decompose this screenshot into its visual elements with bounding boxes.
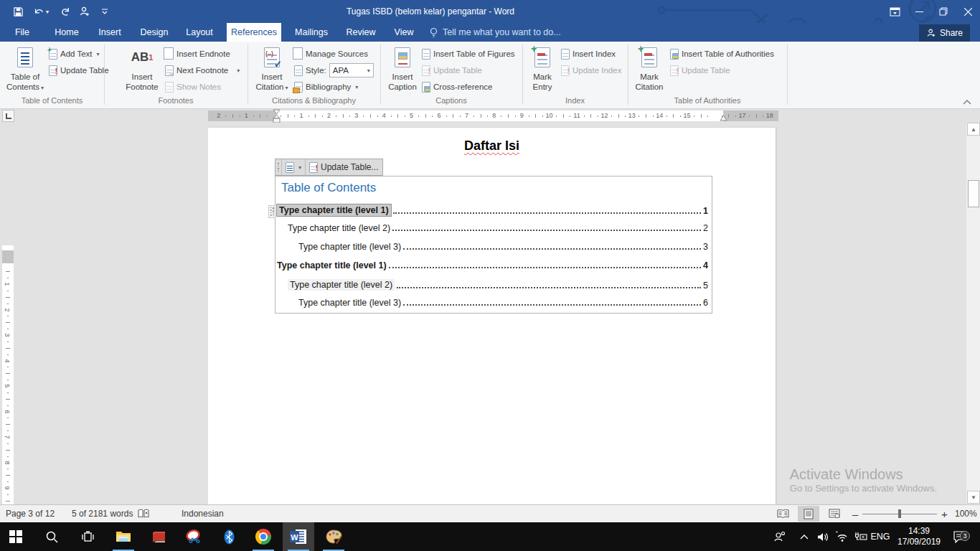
add-text-button[interactable]: Add Text▾ — [49, 46, 100, 62]
update-table-captions-button[interactable]: Update Table — [422, 62, 482, 78]
editor-person-button[interactable] — [75, 0, 95, 23]
toc-content-control[interactable]: Table of Contents Type chapter title (le… — [275, 176, 712, 314]
toc-entry-label-selected[interactable]: Type chapter title (level 1) — [277, 204, 391, 216]
paragraph-drag-handle[interactable] — [268, 205, 275, 218]
toc-entry-label[interactable]: Type chapter title (level 2) — [288, 223, 390, 233]
toc-entry-label[interactable]: Type chapter title (level 2) — [288, 279, 395, 291]
volume-button[interactable] — [814, 522, 832, 551]
insert-footnote-button[interactable]: AB1 Insert Footnote — [122, 44, 162, 92]
proofing-status[interactable] — [138, 505, 149, 522]
document-page[interactable]: Daftar Isi ▾ Update Table... Table of Co… — [208, 128, 776, 504]
horizontal-ruler[interactable]: 211234567891011121314151718 — [208, 110, 778, 121]
toc-entry-label[interactable]: Type chapter title (level 1) — [277, 260, 387, 270]
undo-dropdown-arrow[interactable]: ▾ — [46, 9, 49, 15]
network-button[interactable]: * — [832, 522, 851, 551]
insert-table-of-figures-button[interactable]: Insert Table of Figures — [422, 46, 515, 62]
share-button[interactable]: Share — [919, 24, 970, 42]
battery-button[interactable] — [851, 522, 870, 551]
language-indicator[interactable]: Indonesian — [182, 505, 224, 522]
zoom-slider-thumb[interactable] — [898, 509, 901, 518]
mark-citation-button[interactable]: + Mark Citation — [631, 44, 667, 92]
snipping-app-button[interactable] — [178, 522, 209, 551]
next-footnote-button[interactable]: Next Footnote▾ — [165, 62, 240, 78]
minimize-button[interactable] — [907, 0, 931, 23]
web-layout-button[interactable] — [824, 506, 845, 522]
close-button[interactable] — [956, 0, 980, 23]
word-taskbar-button[interactable]: W — [283, 522, 314, 551]
bibliography-button[interactable]: Bibliography▾ — [294, 79, 358, 95]
toc-entry-label[interactable]: Type chapter title (level 3) — [298, 242, 401, 252]
tab-review[interactable]: Review — [341, 23, 380, 42]
update-table-toa-button[interactable]: Update Table — [670, 62, 730, 78]
insert-citation-button[interactable]: (–) ✓ Insert Citation▾ — [253, 44, 291, 93]
zoom-level[interactable]: 100% — [955, 505, 977, 522]
tab-home[interactable]: Home — [49, 23, 85, 42]
ribbon-display-options-button[interactable] — [882, 0, 907, 23]
book-app-button[interactable] — [143, 522, 174, 551]
insert-endnote-button[interactable]: Insert Endnote — [165, 46, 230, 62]
tell-me-box[interactable]: Tell me what you want to do... — [429, 23, 561, 42]
toc-entry[interactable]: Type chapter title (level 2) 5 — [277, 279, 708, 291]
search-button[interactable] — [36, 522, 67, 551]
tab-stop-selector[interactable] — [2, 110, 14, 122]
file-explorer-button[interactable] — [108, 522, 139, 551]
table-of-contents-button[interactable]: Table of Contents▾ — [4, 44, 46, 93]
tab-mailings[interactable]: Mailings — [290, 23, 333, 42]
toc-entry[interactable]: Type chapter title (level 1) 4 — [277, 260, 708, 270]
tab-design[interactable]: Design — [135, 23, 174, 42]
document-canvas[interactable]: 12345678910111213 Daftar Isi ▾ Update Ta… — [0, 123, 980, 504]
undo-button[interactable]: ▾ — [30, 0, 52, 23]
update-index-button[interactable]: Update Index — [561, 62, 621, 78]
scroll-up-button[interactable]: ▲ — [967, 123, 980, 136]
show-hidden-icons-button[interactable] — [795, 522, 814, 551]
print-layout-button[interactable] — [798, 506, 819, 522]
scrollbar-thumb[interactable] — [968, 180, 979, 207]
redo-button[interactable] — [56, 0, 75, 23]
vertical-scrollbar[interactable]: ▲ ▼ — [966, 123, 980, 504]
zoom-in-button[interactable]: + — [941, 505, 948, 522]
action-center-button[interactable]: 3 — [947, 522, 971, 551]
insert-index-button[interactable]: Insert Index — [561, 46, 616, 62]
style-dropdown-arrow[interactable]: ▾ — [367, 67, 370, 74]
show-notes-button[interactable]: Show Notes — [165, 79, 221, 95]
paint-button[interactable] — [318, 522, 349, 551]
language-tray-indicator[interactable]: ENG — [868, 522, 892, 551]
save-button[interactable] — [9, 0, 27, 23]
restore-button[interactable] — [931, 0, 956, 23]
word-count[interactable]: 5 of 2181 words — [72, 505, 133, 522]
vertical-ruler[interactable]: 12345678910111213 — [2, 245, 14, 504]
toc-entry-label[interactable]: Type chapter title (level 3) — [298, 298, 401, 308]
toc-entry[interactable]: Type chapter title (level 3) 6 — [277, 298, 708, 308]
task-view-button[interactable] — [72, 522, 103, 551]
tab-file[interactable]: File — [7, 23, 37, 42]
toc-entry[interactable]: Type chapter title (level 1) 1 — [277, 204, 708, 216]
manage-sources-button[interactable]: Manage Sources — [294, 46, 368, 62]
toc-drag-handle[interactable] — [275, 159, 282, 175]
update-table-button[interactable]: Update Table — [49, 62, 109, 78]
collapse-ribbon-button[interactable] — [963, 99, 971, 107]
style-select[interactable]: APA ▾ — [329, 63, 374, 77]
toc-entry[interactable]: Type chapter title (level 3) 3 — [277, 242, 708, 252]
toc-title[interactable]: Table of Contents — [281, 181, 376, 195]
chrome-button[interactable] — [248, 522, 279, 551]
mark-entry-button[interactable]: + Mark Entry — [527, 44, 558, 92]
document-heading[interactable]: Daftar Isi — [208, 138, 776, 154]
tab-insert[interactable]: Insert — [92, 23, 128, 42]
clock[interactable]: 14:39 17/09/2019 — [894, 522, 944, 551]
tab-layout[interactable]: Layout — [179, 23, 220, 42]
insert-caption-button[interactable]: Insert Caption — [385, 44, 420, 92]
toc-entry[interactable]: Type chapter title (level 2) 2 — [277, 223, 708, 233]
toc-menu-button[interactable]: ▾ — [282, 159, 306, 175]
zoom-out-button[interactable]: – — [852, 505, 858, 522]
read-mode-button[interactable] — [772, 506, 793, 522]
customize-qat-button[interactable] — [96, 0, 113, 23]
tab-references[interactable]: References — [227, 23, 281, 42]
cross-reference-button[interactable]: Cross-reference — [422, 79, 492, 95]
page-indicator[interactable]: Page 3 of 12 — [6, 505, 55, 522]
insert-table-of-authorities-button[interactable]: Insert Table of Authorities — [670, 46, 774, 62]
start-button[interactable] — [0, 522, 32, 551]
toc-update-table-button[interactable]: Update Table... — [306, 159, 382, 175]
right-indent-marker[interactable] — [720, 114, 727, 121]
scroll-down-button[interactable]: ▼ — [967, 491, 980, 504]
bluetooth-button[interactable] — [213, 522, 245, 551]
